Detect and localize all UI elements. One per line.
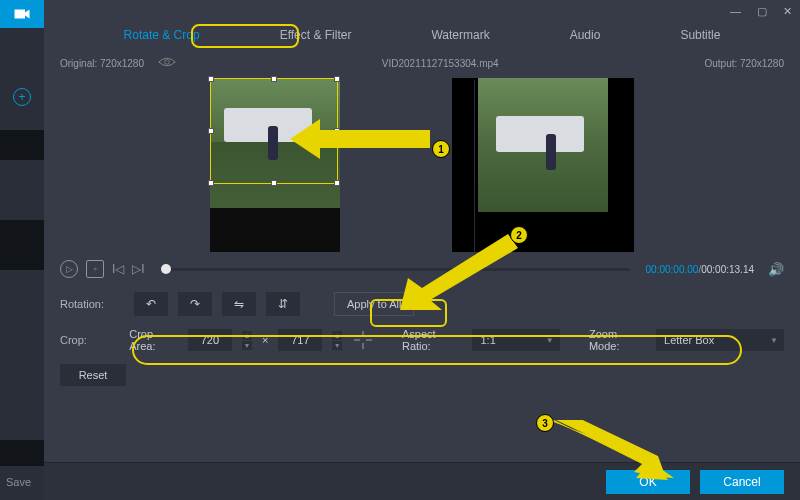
controls: Rotation: ↶ ↷ ⇋ ⇵ Apply to All Crop: Cro… — [44, 284, 800, 398]
aspect-ratio-label: Aspect Ratio: — [402, 328, 463, 352]
titlebar: — ▢ ✕ — [44, 0, 800, 22]
crop-label: Crop: — [60, 334, 119, 346]
scene-person — [546, 134, 556, 170]
app-logo — [0, 0, 44, 28]
flip-horizontal-button[interactable]: ⇋ — [222, 292, 256, 316]
original-res: Original: 720x1280 — [60, 58, 144, 69]
annotation-badge-3: 3 — [536, 414, 554, 432]
filename: VID20211127153304.mp4 — [382, 58, 499, 69]
sidebar-slot — [0, 130, 44, 160]
add-button[interactable]: + — [0, 88, 44, 106]
info-row: Original: 720x1280 VID20211127153304.mp4… — [44, 48, 800, 74]
original-preview[interactable] — [210, 78, 340, 252]
flip-vertical-button[interactable]: ⇵ — [266, 292, 300, 316]
tab-effect-filter[interactable]: Effect & Filter — [272, 24, 360, 46]
apply-to-all-button[interactable]: Apply to All — [334, 292, 414, 316]
cancel-button[interactable]: Cancel — [700, 470, 784, 494]
annotation-badge-1: 1 — [432, 140, 450, 158]
time-duration: 00:00:13.14 — [701, 264, 754, 275]
sidebar-slot — [0, 440, 44, 466]
crop-area-label: Crop Area: — [129, 328, 178, 352]
save-label: Save — [6, 476, 31, 488]
preview-divider — [474, 80, 475, 265]
window-close[interactable]: ✕ — [783, 5, 792, 18]
annotation-badge-2: 2 — [510, 226, 528, 244]
tab-watermark[interactable]: Watermark — [423, 24, 497, 46]
preview-area — [44, 74, 800, 254]
next-frame-button[interactable]: ▷I — [132, 262, 144, 276]
dialog-footer: OK Cancel — [44, 462, 800, 500]
output-res: Output: 720x1280 — [704, 58, 784, 69]
timeline[interactable] — [161, 268, 630, 271]
volume-icon[interactable]: 🔊 — [768, 262, 784, 277]
scene-van — [496, 116, 584, 152]
timeline-knob[interactable] — [161, 264, 171, 274]
center-crop-icon[interactable] — [352, 329, 372, 351]
preview-toggle-icon[interactable] — [158, 56, 176, 70]
rotate-left-button[interactable]: ↶ — [134, 292, 168, 316]
crop-row: Crop: Crop Area: ▲▼ × ▲▼ Aspect Ratio: 1… — [60, 328, 784, 352]
tab-bar: Rotate & Crop Effect & Filter Watermark … — [44, 22, 800, 48]
prev-frame-button[interactable]: I◁ — [112, 262, 124, 276]
zoom-mode-label: Zoom Mode: — [589, 328, 646, 352]
tab-subtitle[interactable]: Subtitle — [672, 24, 728, 46]
rotation-label: Rotation: — [60, 298, 124, 310]
crop-width-stepper[interactable]: ▲▼ — [242, 331, 252, 350]
crop-height-stepper[interactable]: ▲▼ — [332, 331, 342, 350]
rotate-right-button[interactable]: ↷ — [178, 292, 212, 316]
rotation-row: Rotation: ↶ ↷ ⇋ ⇵ Apply to All — [60, 292, 784, 316]
play-button[interactable]: ▷ — [60, 260, 78, 278]
reset-button[interactable]: Reset — [60, 364, 126, 386]
zoom-mode-select[interactable]: Letter Box▼ — [656, 329, 784, 351]
output-preview — [452, 78, 634, 252]
window-maximize[interactable]: ▢ — [757, 5, 767, 18]
sidebar: + Save — [0, 0, 44, 500]
time-current: 00:00:00.00 — [646, 264, 699, 275]
stop-button[interactable]: ▫ — [86, 260, 104, 278]
svg-point-0 — [165, 60, 170, 65]
sidebar-slot — [0, 220, 44, 270]
tab-audio[interactable]: Audio — [562, 24, 609, 46]
crop-width-input[interactable] — [188, 329, 232, 351]
ok-button[interactable]: OK — [606, 470, 690, 494]
editor-panel: — ▢ ✕ Rotate & Crop Effect & Filter Wate… — [44, 0, 800, 500]
tab-rotate-crop[interactable]: Rotate & Crop — [116, 24, 208, 46]
crop-selection[interactable] — [210, 78, 338, 184]
window-minimize[interactable]: — — [730, 5, 741, 17]
transport-bar: ▷ ▫ I◁ ▷I 00:00:00.00/00:00:13.14 🔊 — [44, 254, 800, 284]
aspect-ratio-select[interactable]: 1:1▼ — [472, 329, 559, 351]
crop-height-input[interactable] — [278, 329, 322, 351]
